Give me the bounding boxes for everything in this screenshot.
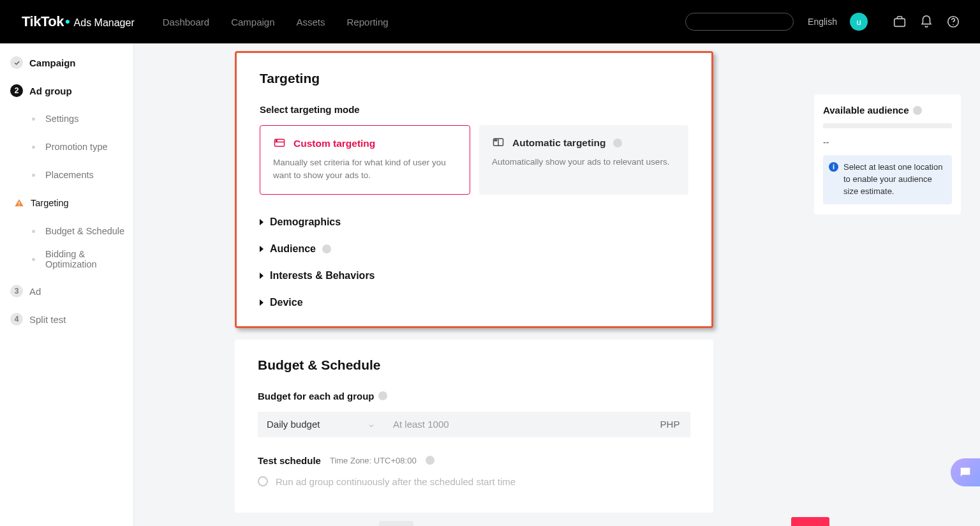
step-badge-3: 3 <box>10 285 23 297</box>
sidebar-adgroup-label: Ad group <box>29 86 72 96</box>
warning-icon <box>14 198 24 208</box>
svg-point-2 <box>953 24 953 25</box>
sidebar-campaign[interactable]: Campaign <box>0 49 133 77</box>
sidebar-ad-label: Ad <box>29 286 41 297</box>
accordion-label: Audience <box>270 243 316 255</box>
question-icon[interactable] <box>378 391 387 400</box>
main-content: Targeting Select targeting mode Custom t… <box>134 43 980 526</box>
nav-campaign[interactable]: Campaign <box>231 17 274 27</box>
chevron-down-icon <box>368 421 375 428</box>
briefcase-icon[interactable] <box>892 14 907 29</box>
chevron-right-icon <box>260 246 264 252</box>
chat-icon <box>958 465 972 479</box>
sidebar-split-label: Split test <box>29 314 66 325</box>
budget-title: Budget & Schedule <box>258 357 690 373</box>
left-sidebar: Campaign 2 Ad group Settings Promotion t… <box>0 43 134 526</box>
targeting-mode-label: Select targeting mode <box>260 104 688 115</box>
check-icon <box>10 56 23 69</box>
avatar[interactable]: u <box>850 13 868 31</box>
sidebar-item-settings[interactable]: Settings <box>0 105 133 133</box>
sidebar-item-label: Bidding & Optimization <box>45 249 133 269</box>
nav-reporting[interactable]: Reporting <box>347 17 389 27</box>
sidebar-item-placements[interactable]: Placements <box>0 161 133 189</box>
dot-icon <box>32 117 35 121</box>
schedule-label: Test schedule <box>258 455 321 466</box>
targeting-title: Targeting <box>260 71 688 86</box>
question-icon[interactable] <box>322 244 331 253</box>
budget-label: Budget for each ad group <box>258 391 690 402</box>
dot-icon <box>32 146 35 149</box>
audience-value: -- <box>823 137 952 147</box>
accordion-label: Interests & Behaviors <box>270 270 375 282</box>
sidebar-item-promotion[interactable]: Promotion type <box>0 133 133 161</box>
sidebar-campaign-label: Campaign <box>29 57 76 68</box>
schedule-label-row: Test schedule Time Zone: UTC+08:00 <box>258 455 690 466</box>
accordion-device[interactable]: Device <box>260 297 688 308</box>
chat-fab[interactable] <box>951 458 980 486</box>
accordion-audience[interactable]: Audience <box>260 243 688 255</box>
step-badge-4: 4 <box>10 313 23 326</box>
sidebar-item-label: Promotion type <box>45 142 108 152</box>
question-icon[interactable] <box>913 106 922 115</box>
sidebar-item-label: Placements <box>45 170 94 180</box>
svg-point-10 <box>965 470 966 472</box>
custom-targeting-title: Custom targeting <box>293 138 375 149</box>
custom-targeting-icon <box>273 137 286 150</box>
svg-point-11 <box>967 470 968 472</box>
svg-rect-8 <box>494 140 496 141</box>
secondary-action-button[interactable] <box>379 521 413 526</box>
available-audience-panel: Available audience -- i Select at least … <box>814 94 961 214</box>
schedule-radio-row[interactable]: Run ad group continuously after the sche… <box>258 476 690 487</box>
radio-icon[interactable] <box>258 476 268 486</box>
svg-rect-3 <box>19 202 19 204</box>
accordion-interests[interactable]: Interests & Behaviors <box>260 270 688 282</box>
custom-targeting-card[interactable]: Custom targeting Manually set criteria f… <box>260 125 470 195</box>
sidebar-item-label: Targeting <box>31 198 69 208</box>
brand-logo: TikTok • Ads Manager <box>22 13 135 30</box>
automatic-targeting-icon <box>492 137 505 149</box>
budget-card: Budget & Schedule Budget for each ad gro… <box>235 340 713 513</box>
svg-rect-6 <box>276 140 278 142</box>
available-audience-title: Available audience <box>823 105 952 116</box>
accordion-label: Demographics <box>270 216 341 228</box>
svg-rect-4 <box>19 205 19 206</box>
budget-amount-input[interactable] <box>384 412 650 437</box>
accordion-demographics[interactable]: Demographics <box>260 216 688 228</box>
chevron-right-icon <box>260 299 264 306</box>
dot-icon <box>32 230 35 233</box>
primary-action-button[interactable] <box>791 517 829 526</box>
schedule-radio-label: Run ad group continuously after the sche… <box>276 476 516 487</box>
bell-icon[interactable] <box>919 14 934 29</box>
budget-row: Daily budget PHP <box>258 412 690 437</box>
nav-dashboard[interactable]: Dashboard <box>163 17 209 27</box>
svg-point-9 <box>963 470 964 472</box>
top-header: TikTok • Ads Manager Dashboard Campaign … <box>0 0 980 43</box>
budget-label-text: Budget for each ad group <box>258 391 375 402</box>
language-selector[interactable]: English <box>808 17 837 27</box>
sidebar-split[interactable]: 4 Split test <box>0 305 133 333</box>
info-icon: i <box>829 162 838 172</box>
question-icon[interactable] <box>426 456 434 465</box>
dot-icon <box>32 258 35 261</box>
budget-type-select[interactable]: Daily budget <box>258 412 384 437</box>
question-icon[interactable] <box>613 139 622 147</box>
brand-adsmanager: Ads Manager <box>74 17 135 29</box>
nav-assets[interactable]: Assets <box>297 17 325 27</box>
sidebar-item-targeting[interactable]: Targeting <box>0 189 133 217</box>
sidebar-adgroup[interactable]: 2 Ad group <box>0 77 133 105</box>
budget-currency: PHP <box>650 412 690 437</box>
custom-targeting-desc: Manually set criteria for what kind of u… <box>273 156 457 183</box>
step-badge-2: 2 <box>10 84 23 97</box>
sidebar-item-budget[interactable]: Budget & Schedule <box>0 217 133 245</box>
help-icon[interactable] <box>946 14 961 29</box>
sidebar-item-bidding[interactable]: Bidding & Optimization <box>0 245 133 273</box>
budget-type-value: Daily budget <box>267 419 320 430</box>
account-switcher[interactable] <box>685 13 794 31</box>
chevron-right-icon <box>260 219 264 225</box>
dot-icon <box>32 174 35 177</box>
available-audience-title-text: Available audience <box>823 105 909 116</box>
automatic-targeting-card[interactable]: Automatic targeting Automatically show y… <box>479 125 688 195</box>
sidebar-ad[interactable]: 3 Ad <box>0 277 133 305</box>
chevron-right-icon <box>260 273 264 279</box>
svg-rect-0 <box>895 19 905 26</box>
